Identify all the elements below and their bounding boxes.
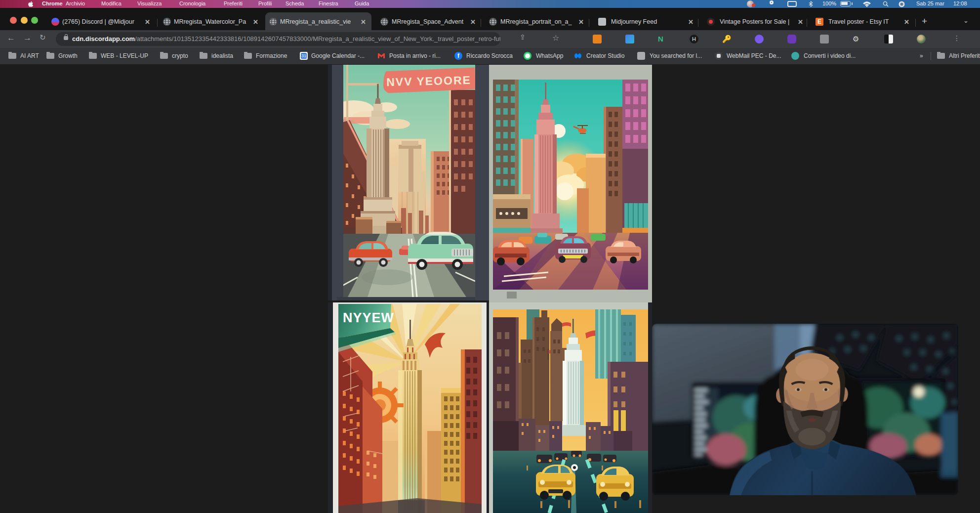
svg-text:NYYEW: NYYEW bbox=[343, 310, 394, 325]
svg-text:NVV YEOORE: NVV YEOORE bbox=[386, 74, 471, 88]
